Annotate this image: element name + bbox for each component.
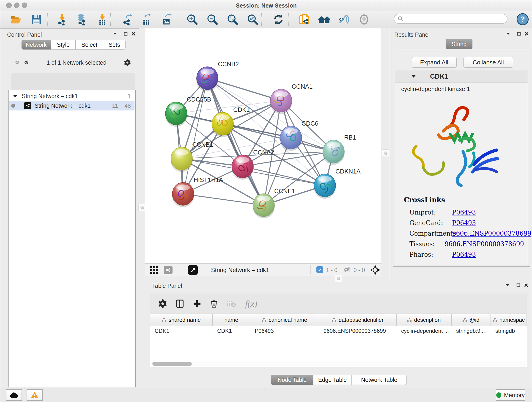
network-node-CCNE1[interactable] <box>253 194 275 218</box>
panel-close-icon[interactable] <box>523 282 530 288</box>
collapse-all-chevron-icon[interactable] <box>14 60 20 65</box>
panel-menu-icon[interactable] <box>505 30 512 37</box>
panel-float-icon[interactable] <box>122 30 129 37</box>
cell-canonical-name[interactable]: P06493 <box>250 328 319 334</box>
tab-edge-table[interactable]: Edge Table <box>313 375 352 385</box>
left-splitter[interactable] <box>139 28 145 387</box>
table-settings-gear-icon[interactable] <box>158 299 167 308</box>
cell-name[interactable]: CDK1 <box>213 328 250 334</box>
help-button[interactable]: ? <box>516 13 529 26</box>
scrollbar-thumb[interactable] <box>152 362 192 366</box>
panel-menu-icon[interactable] <box>504 282 511 288</box>
first-neighbors-button[interactable] <box>316 12 332 27</box>
network-edge-CCNA2-CDKN1A[interactable] <box>243 166 325 185</box>
show-all-button[interactable] <box>356 12 372 27</box>
column-header-description[interactable]: description <box>397 314 452 326</box>
zoom-selected-button[interactable] <box>244 12 261 27</box>
export-image-button[interactable] <box>158 12 175 27</box>
tab-string[interactable]: String <box>446 39 472 49</box>
tab-node-table[interactable]: Node Table <box>271 375 313 385</box>
cloud-button[interactable] <box>6 389 22 401</box>
network-canvas[interactable]: CCNB2CCNA1CDC25BCDK1CDC6RB1CCNB1CCNA2CDK… <box>145 28 388 263</box>
crosslink-value-link[interactable]: 9606.ENSP00000378699 <box>452 230 531 237</box>
grid-view-icon[interactable] <box>150 266 158 274</box>
collapse-all-button[interactable]: Collapse All <box>463 57 513 68</box>
column-header-canonical-name[interactable]: canonical name <box>250 314 319 326</box>
cell-shared-name[interactable]: CDK1 <box>150 328 213 334</box>
column-header--id[interactable]: @id <box>452 314 491 326</box>
network-node-CCNA2[interactable] <box>232 155 254 180</box>
section-collapse-icon[interactable] <box>411 75 416 78</box>
panel-menu-icon[interactable] <box>112 30 119 37</box>
network-node-CDK1[interactable] <box>212 112 234 137</box>
search-input[interactable] <box>404 15 500 22</box>
horizontal-scrollbar[interactable] <box>151 361 526 366</box>
tab-network-table[interactable]: Network Table <box>352 375 407 385</box>
import-table-button[interactable] <box>94 12 111 27</box>
crosslink-value-link[interactable]: P06493 <box>452 219 476 226</box>
network-node-CCNB1[interactable] <box>171 147 193 172</box>
network-node-CDC6[interactable] <box>280 126 302 151</box>
network-edge-CCNB2-CCNE1[interactable] <box>207 78 264 205</box>
export-network-button[interactable] <box>119 12 135 27</box>
network-edge-HIST1H1A-CCNE1[interactable] <box>183 194 264 205</box>
network-collection-row[interactable]: String Network – cdk1 1 <box>9 91 134 101</box>
crosslink-value-link[interactable]: P06493 <box>452 209 476 216</box>
column-header-database-identifier[interactable]: database identifier <box>319 314 397 326</box>
network-list-view-icon[interactable] <box>164 266 172 274</box>
gene-section-header[interactable]: CDK1 <box>395 70 528 83</box>
cell--id[interactable]: stringdb:9... <box>452 328 491 334</box>
cell-description[interactable]: cyclin-dependent ... <box>397 328 452 334</box>
search-bar[interactable] <box>394 14 507 24</box>
network-row-selected[interactable]: String Network – cdk1 11 48 <box>9 101 134 110</box>
panel-float-icon[interactable] <box>515 282 522 288</box>
zoom-in-button[interactable] <box>184 12 201 27</box>
network-node-CCNA1[interactable] <box>270 89 292 114</box>
crosslink-value-link[interactable]: 9606.ENSP00000378699 <box>445 240 524 248</box>
panel-close-icon[interactable] <box>523 30 530 37</box>
tab-sets[interactable]: Sets <box>103 40 126 50</box>
cell-namespac[interactable]: stringdb <box>491 328 527 334</box>
table-row[interactable]: CDK1CDK1P064939606.ENSP00000378699cyclin… <box>150 326 527 336</box>
splitter-handle[interactable] <box>138 204 146 211</box>
warnings-button[interactable] <box>27 389 43 401</box>
column-header-shared-name[interactable]: shared name <box>150 314 213 326</box>
tab-select[interactable]: Select <box>76 40 103 50</box>
memory-button[interactable]: Memory <box>496 389 525 401</box>
birds-eye-view-icon[interactable] <box>188 265 198 275</box>
add-column-icon[interactable] <box>192 299 202 308</box>
network-node-RB1[interactable] <box>323 140 345 165</box>
tab-network[interactable]: Network <box>22 40 51 50</box>
delete-column-trash-icon[interactable] <box>209 299 219 308</box>
zoom-fit-button[interactable] <box>224 12 241 27</box>
network-node-CDKN1A[interactable] <box>314 174 336 199</box>
zoom-out-button[interactable] <box>204 12 221 27</box>
save-session-button[interactable] <box>28 12 45 27</box>
panel-float-icon[interactable] <box>515 30 522 37</box>
tab-style[interactable]: Style <box>51 40 76 50</box>
clone-network-button[interactable] <box>296 12 312 27</box>
splitter-handle[interactable] <box>382 149 389 157</box>
apply-layout-button[interactable] <box>270 12 287 27</box>
network-node-HIST1H1A[interactable] <box>172 182 194 207</box>
selected-checkbox-icon[interactable] <box>317 266 323 273</box>
open-session-button[interactable] <box>7 12 24 27</box>
column-header-name[interactable]: name <box>213 314 250 326</box>
right-splitter[interactable] <box>381 28 390 276</box>
export-table-button[interactable] <box>138 12 155 27</box>
network-edge-CCNB2-CCNA1[interactable] <box>207 78 281 101</box>
crosslink-value-link[interactable]: P06493 <box>452 251 476 258</box>
cell-database-identifier[interactable]: 9606.ENSP00000378699 <box>319 328 397 334</box>
gear-icon[interactable] <box>124 59 131 66</box>
show-columns-icon[interactable] <box>175 299 185 308</box>
network-node-CCNB2[interactable] <box>196 67 218 91</box>
fit-content-crosshair-icon[interactable] <box>370 265 380 275</box>
expand-all-button[interactable]: Expand All <box>412 57 457 68</box>
expand-all-chevron-icon[interactable] <box>23 60 29 65</box>
tree-expander-icon[interactable] <box>13 95 17 98</box>
column-header-namespac[interactable]: namespac <box>491 314 527 326</box>
hide-selection-button[interactable] <box>336 12 352 27</box>
panel-close-icon[interactable] <box>130 30 137 37</box>
import-network-button[interactable] <box>54 12 70 27</box>
import-database-button[interactable] <box>74 12 90 27</box>
